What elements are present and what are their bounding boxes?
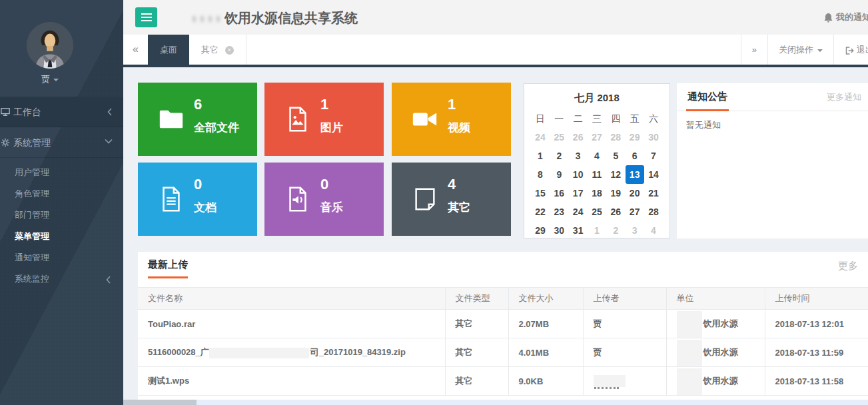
sidebar-item-workbench[interactable]: 工作台 [0, 97, 123, 127]
bell-icon [823, 13, 833, 23]
user-menu[interactable]: 贾 [0, 73, 100, 85]
profile-area: 贾 [0, 0, 123, 97]
calendar-day[interactable]: 4 [644, 221, 663, 240]
file-size-cell: 2.07MB [508, 310, 583, 338]
submenu-label: 角色管理 [15, 189, 49, 199]
calendar-day[interactable]: 23 [550, 202, 568, 221]
logout-button[interactable]: 退出 [833, 35, 868, 65]
calendar-day[interactable]: 25 [550, 128, 568, 147]
card-label: 其它 [448, 200, 470, 215]
column-header: 文件名称 [138, 288, 445, 310]
calendar-weekday: 五 [626, 109, 644, 128]
tab-desktop[interactable]: 桌面 [148, 35, 189, 65]
more-notices-link[interactable]: 更多通知 [827, 83, 861, 111]
calendar-day[interactable]: 30 [550, 221, 568, 240]
column-header: 单位 [666, 288, 765, 310]
calendar-day[interactable]: 4 [588, 147, 606, 165]
calendar-weekday: 三 [588, 109, 606, 128]
calendar-day[interactable]: 24 [569, 202, 588, 221]
calendar-day[interactable]: 3 [569, 147, 588, 165]
calendar-day[interactable]: 16 [550, 184, 568, 202]
calendar-day[interactable]: 28 [606, 128, 625, 147]
close-icon[interactable]: × [225, 46, 234, 55]
cell-text: 饮用水源 [703, 347, 738, 357]
card-videos[interactable]: 1 视频 [392, 83, 511, 156]
calendar-day[interactable]: 28 [644, 202, 663, 221]
scrollbar-thumb[interactable] [123, 400, 197, 405]
table-row[interactable]: TouPiao.rar其它2.07MB贾饮用水源2018-07-13 12:01 [138, 310, 868, 338]
hamburger-icon [141, 13, 152, 15]
sidebar-item-system[interactable]: 系统管理 [0, 127, 123, 158]
tabs-scroll-right-button[interactable]: » [741, 35, 767, 65]
calendar-day[interactable]: 27 [626, 202, 644, 221]
gear-icon [1, 138, 10, 147]
redaction-box [677, 311, 702, 338]
calendar-day[interactable]: 5 [606, 147, 625, 165]
upload-time-cell: 2018-07-13 11:59 [765, 338, 868, 367]
calendar-day[interactable]: 26 [569, 128, 588, 147]
calendar-day[interactable]: 27 [588, 128, 606, 147]
calendar-day[interactable]: 14 [644, 165, 663, 184]
calendar-day[interactable]: 17 [569, 184, 588, 202]
calendar-day[interactable]: 31 [569, 221, 588, 240]
sidebar-item-menus[interactable]: 菜单管理 [0, 226, 123, 247]
calendar-day[interactable]: 25 [588, 202, 606, 221]
file-name-cell[interactable]: 5116000028_广司_20171019_84319.zip [138, 338, 445, 367]
card-value: 1 [448, 96, 456, 113]
avatar[interactable] [27, 22, 73, 69]
tab-other[interactable]: 其它 × [189, 35, 246, 65]
calendar-day[interactable]: 15 [531, 184, 550, 202]
calendar-day[interactable]: 19 [606, 184, 625, 202]
submenu-label: 通知管理 [15, 252, 49, 262]
calendar-day[interactable]: 2 [606, 221, 625, 240]
calendar-day[interactable]: 20 [626, 184, 644, 202]
card-value: 1 [320, 96, 328, 113]
my-notifications-button[interactable]: 我的通知 [823, 0, 868, 35]
card-music[interactable]: 0 音乐 [264, 163, 384, 236]
calendar-day[interactable]: 9 [550, 165, 568, 184]
sidebar-item-users[interactable]: 用户管理 [0, 162, 123, 183]
calendar-day[interactable]: 11 [588, 165, 606, 184]
more-uploads-link[interactable]: 更多 [838, 260, 858, 272]
calendar-day[interactable]: 10 [569, 165, 588, 184]
calendar-day[interactable]: 29 [531, 221, 550, 240]
horizontal-scrollbar[interactable] [123, 400, 868, 405]
sidebar-item-monitor[interactable]: 系统监控 [0, 268, 123, 290]
card-other[interactable]: 4 其它 [392, 163, 511, 236]
calendar-day[interactable]: 8 [531, 165, 550, 184]
calendar-day[interactable]: 1 [588, 221, 606, 240]
calendar-day[interactable]: 26 [606, 202, 625, 221]
calendar-day[interactable]: 12 [606, 165, 625, 184]
sidebar-toggle-button[interactable] [135, 7, 157, 27]
cell-text: 司_20171019_84319.zip [310, 347, 406, 357]
table-row[interactable]: 测试1.wps其它9.0KB饮用水源2018-07-13 11:58 [138, 367, 868, 396]
tabs-scroll-left-button[interactable]: « [123, 35, 148, 65]
card-all-files[interactable]: 6 全部文件 [138, 83, 257, 156]
sidebar-item-roles[interactable]: 角色管理 [0, 183, 123, 204]
close-operations-dropdown[interactable]: 关闭操作 [767, 35, 833, 65]
calendar-day[interactable]: 24 [531, 128, 550, 147]
table-row[interactable]: 5116000028_广司_20171019_84319.zip其它4.01MB… [138, 338, 868, 367]
calendar-day[interactable]: 30 [644, 128, 663, 147]
file-name-cell[interactable]: TouPiao.rar [138, 310, 445, 338]
calendar-day[interactable]: 29 [626, 128, 644, 147]
sidebar-item-departments[interactable]: 部门管理 [0, 204, 123, 226]
calendar-day[interactable]: 21 [644, 184, 663, 202]
calendar-day[interactable]: 18 [588, 184, 606, 202]
calendar-day[interactable]: 6 [626, 147, 644, 165]
calendar-day[interactable]: 2 [550, 147, 568, 165]
calendar-day[interactable]: 1 [531, 147, 550, 165]
sign-out-icon [845, 46, 854, 55]
calendar-day[interactable]: 22 [531, 202, 550, 221]
calendar-day[interactable]: 3 [626, 221, 644, 240]
uploads-title: 最新上传 [148, 258, 188, 278]
uploads-panel: 最新上传 更多 文件名称文件类型文件大小上传者单位上传时间 TouPiao.ra… [138, 252, 868, 400]
card-documents[interactable]: 0 文档 [138, 163, 257, 236]
chevron-down-icon [105, 139, 113, 144]
calendar-day-selected[interactable]: 13 [626, 165, 644, 184]
card-images[interactable]: 1 图片 [264, 83, 384, 156]
cell-text: 贾 [594, 318, 602, 328]
file-name-cell[interactable]: 测试1.wps [138, 367, 445, 396]
sidebar-item-notices[interactable]: 通知管理 [0, 247, 123, 268]
calendar-day[interactable]: 7 [644, 147, 663, 165]
